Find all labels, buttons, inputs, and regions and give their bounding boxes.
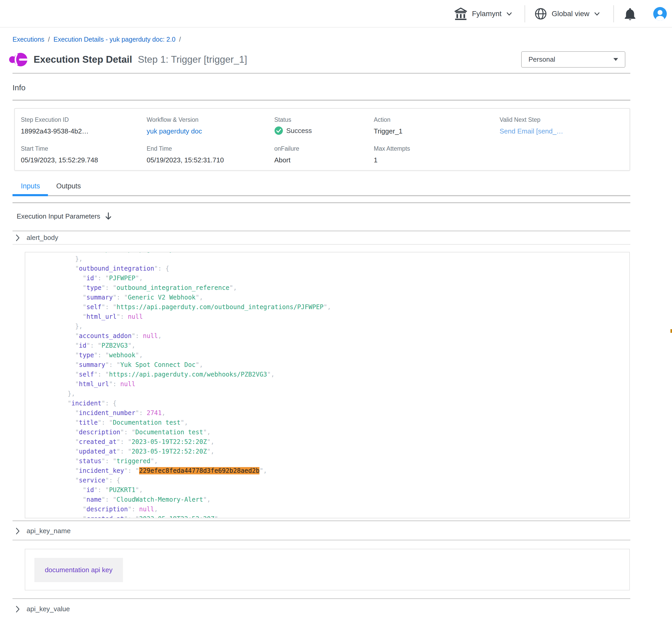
api-key-name-chip-label: documentation api key: [45, 566, 112, 574]
field-value-workflow-link[interactable]: yuk pagerduty doc: [147, 127, 202, 135]
field-value-start-time: 05/19/2023, 15:52:29.748: [21, 156, 98, 164]
row-divider: [12, 244, 630, 244]
field-value-status: Success: [274, 126, 312, 135]
notifications-button[interactable]: [623, 0, 637, 27]
globe-icon: [534, 7, 548, 20]
breadcrumb: Executions / Execution Details - yuk pag…: [12, 36, 181, 43]
field-value-max-attempts: 1: [374, 156, 377, 164]
org-switcher[interactable]: Fylamynt: [454, 0, 513, 27]
topbar-divider: [613, 5, 614, 22]
accordion-label-api-key-name: api_key_name: [26, 527, 71, 535]
view-name: Global view: [552, 10, 589, 18]
scope-select-value: Personal: [528, 56, 555, 64]
org-name: Fylamynt: [472, 10, 502, 18]
field-value-next-step-link[interactable]: Send Email [send_…: [500, 127, 563, 135]
section-divider: [12, 100, 630, 101]
bell-icon: [623, 7, 637, 21]
breadcrumb-separator: /: [179, 36, 181, 43]
execution-step-detail-page: Fylamynt Global view: [0, 0, 672, 618]
field-label-onfailure: onFailure: [274, 145, 299, 152]
accordion-row-api-key-name[interactable]: api_key_name: [15, 527, 71, 535]
view-chevron-down-icon: [594, 10, 600, 17]
alert-body-json-viewer[interactable]: "https://api.pagerduty.com/incidents/PZB…: [25, 252, 630, 518]
field-label-start-time: Start Time: [21, 145, 48, 152]
accordion-label-api-key-value: api_key_value: [26, 605, 70, 613]
api-key-name-chip[interactable]: documentation api key: [34, 558, 123, 582]
organization-icon: [454, 7, 468, 21]
chevron-right-icon: [15, 606, 20, 613]
field-label-action: Action: [374, 116, 391, 123]
field-value-action: Trigger_1: [374, 127, 402, 135]
org-chevron-down-icon: [506, 10, 513, 17]
execution-input-parameters-title: Execution Input Parameters: [17, 212, 100, 220]
api-key-name-value-panel: documentation api key: [25, 549, 630, 591]
breadcrumb-separator: /: [48, 36, 50, 43]
field-label-workflow-version: Workflow & Version: [147, 116, 198, 123]
user-avatar[interactable]: [653, 7, 667, 20]
breadcrumb-link-execution-details[interactable]: Execution Details - yuk pagerduty doc: 2…: [54, 36, 175, 43]
tab-outputs[interactable]: Outputs: [56, 182, 81, 190]
row-divider: [12, 540, 630, 540]
breadcrumb-link-executions[interactable]: Executions: [12, 36, 44, 43]
status-text: Success: [286, 127, 312, 135]
field-value-onfailure: Abort: [274, 156, 290, 164]
field-label-valid-next-step: Valid Next Step: [500, 116, 540, 123]
scope-select[interactable]: Personal: [521, 51, 625, 68]
download-arrow-icon[interactable]: [105, 212, 112, 221]
accordion-row-alert-body[interactable]: alert_body: [15, 234, 58, 242]
workflow-logo-icon: [9, 50, 28, 69]
view-switcher[interactable]: Global view: [534, 0, 600, 27]
row-divider: [12, 520, 630, 521]
info-heading: Info: [12, 83, 25, 92]
field-label-end-time: End Time: [147, 145, 172, 152]
tab-inputs[interactable]: Inputs: [21, 182, 40, 190]
top-bar: Fylamynt Global view: [0, 0, 672, 27]
page-title: Execution Step Detail: [33, 54, 132, 65]
chevron-right-icon: [15, 234, 20, 241]
execution-input-parameters-header: Execution Input Parameters: [17, 212, 112, 221]
page-subtitle: Step 1: Trigger [trigger_1]: [138, 54, 247, 65]
section-divider: [12, 202, 630, 203]
chevron-right-icon: [15, 527, 20, 535]
accordion-row-api-key-value[interactable]: api_key_value: [15, 605, 70, 613]
code-content: "https://api.pagerduty.com/incidents/PZB…: [25, 252, 331, 518]
row-divider: [12, 598, 630, 599]
field-label-max-attempts: Max Attempts: [374, 145, 410, 152]
caret-down-icon: [613, 58, 618, 62]
section-divider: [12, 73, 630, 74]
field-label-step-execution-id: Step Execution ID: [21, 116, 69, 123]
row-divider: [12, 230, 630, 231]
field-value-step-execution-id: 18992a43-9538-4b2…: [21, 127, 89, 135]
field-value-end-time: 05/19/2023, 15:52:31.710: [147, 156, 224, 164]
title-row: Execution Step Detail Step 1: Trigger [t…: [9, 50, 247, 69]
tab-baseline: [12, 195, 630, 196]
accordion-label-alert-body: alert_body: [26, 234, 58, 242]
topbar-divider: [524, 5, 525, 22]
active-tab-indicator: [12, 194, 48, 196]
success-check-icon: [274, 126, 283, 135]
field-label-status: Status: [274, 116, 291, 123]
scrollbar-highlight-marker[interactable]: [670, 329, 672, 333]
